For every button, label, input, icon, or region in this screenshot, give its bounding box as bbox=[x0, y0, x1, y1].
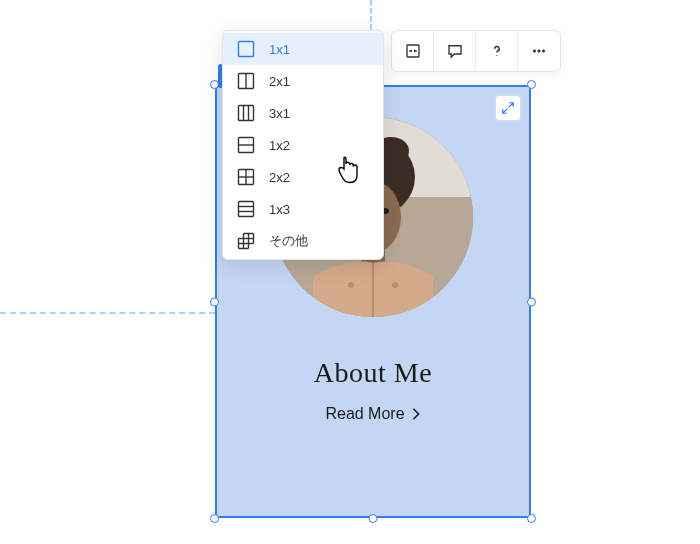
toolbar bbox=[391, 30, 561, 72]
expand-button[interactable] bbox=[495, 95, 521, 121]
resize-handle-se[interactable] bbox=[527, 514, 536, 523]
grid-other-icon bbox=[237, 232, 255, 250]
expand-icon bbox=[501, 101, 515, 115]
resize-handle-e[interactable] bbox=[527, 297, 536, 306]
help-button[interactable] bbox=[476, 31, 518, 71]
svg-rect-11 bbox=[407, 45, 419, 57]
grid-option-3x1[interactable]: 3x1 bbox=[223, 97, 383, 129]
svg-point-12 bbox=[496, 55, 497, 56]
grid-2x1-icon bbox=[237, 72, 255, 90]
card-title: About Me bbox=[314, 357, 432, 389]
grid-option-2x1[interactable]: 2x1 bbox=[223, 65, 383, 97]
read-more-link[interactable]: Read More bbox=[325, 405, 420, 423]
help-icon bbox=[488, 42, 506, 60]
svg-point-14 bbox=[538, 50, 540, 52]
grid-1x1-icon bbox=[237, 40, 255, 58]
svg-point-15 bbox=[542, 50, 544, 52]
svg-rect-19 bbox=[239, 106, 254, 121]
grid-option-label: 2x1 bbox=[269, 74, 290, 89]
grid-option-label: その他 bbox=[269, 232, 308, 250]
comment-icon bbox=[446, 42, 464, 60]
stretch-icon bbox=[404, 42, 422, 60]
cursor-pointer-icon bbox=[335, 155, 361, 189]
read-more-label: Read More bbox=[325, 405, 404, 423]
resize-handle-s[interactable] bbox=[369, 514, 378, 523]
grid-option-label: 1x2 bbox=[269, 138, 290, 153]
more-icon bbox=[530, 42, 548, 60]
svg-point-7 bbox=[348, 282, 354, 288]
resize-handle-sw[interactable] bbox=[210, 514, 219, 523]
grid-option-label: 1x3 bbox=[269, 202, 290, 217]
stretch-button[interactable] bbox=[392, 31, 434, 71]
grid-option-label: 3x1 bbox=[269, 106, 290, 121]
guide-horizontal bbox=[0, 312, 215, 314]
resize-handle-w[interactable] bbox=[210, 297, 219, 306]
grid-3x1-icon bbox=[237, 104, 255, 122]
resize-handle-ne[interactable] bbox=[527, 80, 536, 89]
grid-option-1x3[interactable]: 1x3 bbox=[223, 193, 383, 225]
comment-button[interactable] bbox=[434, 31, 476, 71]
grid-option-label: 2x2 bbox=[269, 170, 290, 185]
svg-point-13 bbox=[533, 50, 535, 52]
grid-layout-dropdown: 1x1 2x1 3x1 1x2 2x2 bbox=[222, 30, 384, 260]
more-button[interactable] bbox=[518, 31, 560, 71]
chevron-right-icon bbox=[411, 407, 421, 421]
guide-vertical bbox=[370, 0, 372, 30]
grid-1x3-icon bbox=[237, 200, 255, 218]
svg-rect-27 bbox=[239, 202, 254, 217]
grid-option-1x1[interactable]: 1x1 bbox=[223, 33, 383, 65]
grid-2x2-icon bbox=[237, 168, 255, 186]
grid-option-other[interactable]: その他 bbox=[223, 225, 383, 257]
grid-option-label: 1x1 bbox=[269, 42, 290, 57]
svg-point-8 bbox=[392, 282, 398, 288]
grid-1x2-icon bbox=[237, 136, 255, 154]
svg-rect-16 bbox=[239, 42, 254, 57]
